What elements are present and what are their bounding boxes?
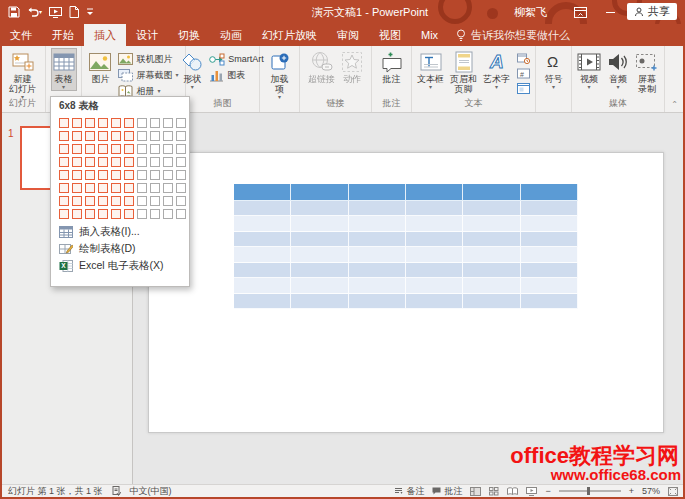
grid-cell-selected[interactable] xyxy=(124,183,134,193)
table-cell[interactable] xyxy=(521,201,578,216)
language-indicator[interactable]: 中文(中国) xyxy=(130,485,172,498)
share-button[interactable]: 共享 xyxy=(627,3,677,20)
grid-cell[interactable] xyxy=(176,196,186,206)
grid-cell[interactable] xyxy=(137,157,147,167)
screen-recording-button[interactable]: 屏幕 录制 xyxy=(633,48,661,95)
table-cell[interactable] xyxy=(406,201,463,216)
object-button[interactable] xyxy=(513,81,533,96)
grid-cell-selected[interactable] xyxy=(111,118,121,128)
grid-cell-selected[interactable] xyxy=(111,209,121,219)
table-cell[interactable] xyxy=(234,247,291,262)
zoom-slider-thumb[interactable] xyxy=(587,487,590,495)
grid-cell[interactable] xyxy=(137,118,147,128)
table-cell[interactable] xyxy=(521,247,578,262)
grid-cell-selected[interactable] xyxy=(111,144,121,154)
smartart-button[interactable]: SmartArt xyxy=(206,51,267,67)
grid-cell-selected[interactable] xyxy=(59,183,69,193)
zoom-out-button[interactable]: − xyxy=(545,486,550,496)
table-cell[interactable] xyxy=(463,294,520,309)
grid-cell-selected[interactable] xyxy=(85,131,95,141)
undo-button[interactable]: ▾ xyxy=(27,7,42,17)
header-footer-button[interactable]: 页眉和 页脚 xyxy=(448,48,479,95)
tab-mix[interactable]: Mix xyxy=(411,24,448,46)
grid-cell-selected[interactable] xyxy=(124,170,134,180)
grid-cell[interactable] xyxy=(163,170,173,180)
collapse-ribbon-icon[interactable]: ⌃ xyxy=(671,100,678,109)
comment-button[interactable]: 批注 xyxy=(378,48,406,85)
grid-cell-selected[interactable] xyxy=(85,183,95,193)
grid-cell-selected[interactable] xyxy=(98,118,108,128)
table-cell[interactable] xyxy=(406,263,463,278)
table-cell[interactable] xyxy=(291,232,348,247)
fit-slide-button[interactable] xyxy=(668,487,678,496)
tab-insert[interactable]: 插入 xyxy=(84,24,126,46)
grid-cell-selected[interactable] xyxy=(98,196,108,206)
grid-cell[interactable] xyxy=(137,209,147,219)
slideshow-view-button[interactable] xyxy=(526,487,537,496)
text-box-button[interactable]: 文本框▾ xyxy=(415,48,446,91)
table-cell[interactable] xyxy=(521,184,578,201)
grid-cell-selected[interactable] xyxy=(111,157,121,167)
table-cell[interactable] xyxy=(291,294,348,309)
slide-canvas[interactable] xyxy=(148,152,664,433)
table-cell[interactable] xyxy=(234,278,291,293)
slide-number-button[interactable]: # xyxy=(513,66,533,81)
wordart-button[interactable]: A艺术字▾ xyxy=(481,48,512,91)
grid-cell-selected[interactable] xyxy=(98,170,108,180)
shapes-button[interactable]: 形状▾ xyxy=(179,48,205,91)
grid-cell[interactable] xyxy=(137,170,147,180)
grid-cell[interactable] xyxy=(176,131,186,141)
zoom-in-button[interactable]: + xyxy=(629,486,634,496)
grid-cell-selected[interactable] xyxy=(85,209,95,219)
table-cell[interactable] xyxy=(406,216,463,231)
grid-cell[interactable] xyxy=(176,183,186,193)
grid-cell-selected[interactable] xyxy=(98,144,108,154)
excel-spreadsheet-menu-item[interactable]: XExcel 电子表格(X) xyxy=(51,257,189,274)
grid-cell[interactable] xyxy=(176,209,186,219)
grid-cell[interactable] xyxy=(137,183,147,193)
grid-cell-selected[interactable] xyxy=(72,170,82,180)
video-button[interactable]: 视频▾ xyxy=(575,48,603,91)
grid-cell[interactable] xyxy=(150,209,160,219)
grid-cell-selected[interactable] xyxy=(85,144,95,154)
grid-cell-selected[interactable] xyxy=(72,118,82,128)
grid-cell-selected[interactable] xyxy=(111,183,121,193)
table-cell[interactable] xyxy=(349,201,406,216)
zoom-slider[interactable] xyxy=(559,490,621,492)
grid-cell[interactable] xyxy=(150,183,160,193)
customize-quick-access-button[interactable] xyxy=(86,7,94,17)
grid-cell[interactable] xyxy=(176,118,186,128)
grid-cell[interactable] xyxy=(150,118,160,128)
table-cell[interactable] xyxy=(349,263,406,278)
grid-cell[interactable] xyxy=(163,144,173,154)
grid-cell[interactable] xyxy=(163,131,173,141)
minimize-button[interactable] xyxy=(595,0,625,24)
grid-cell[interactable] xyxy=(176,144,186,154)
grid-cell-selected[interactable] xyxy=(124,157,134,167)
grid-cell[interactable] xyxy=(150,144,160,154)
tell-me-box[interactable]: 告诉我你想要做什么 xyxy=(456,24,570,46)
grid-cell[interactable] xyxy=(163,118,173,128)
new-slide-button[interactable]: 新建 幻灯片▾ xyxy=(7,48,38,101)
table-cell[interactable] xyxy=(291,216,348,231)
table-cell[interactable] xyxy=(349,216,406,231)
table-cell[interactable] xyxy=(406,247,463,262)
draw-table-menu-item[interactable]: 绘制表格(D) xyxy=(51,240,189,257)
table-cell[interactable] xyxy=(291,278,348,293)
ribbon-display-options-button[interactable] xyxy=(565,0,595,24)
grid-cell[interactable] xyxy=(176,157,186,167)
tab-animations[interactable]: 动画 xyxy=(210,24,252,46)
table-cell[interactable] xyxy=(234,263,291,278)
table-cell[interactable] xyxy=(291,247,348,262)
grid-cell-selected[interactable] xyxy=(59,157,69,167)
grid-cell-selected[interactable] xyxy=(98,131,108,141)
grid-cell-selected[interactable] xyxy=(111,196,121,206)
table-cell[interactable] xyxy=(463,216,520,231)
table-cell[interactable] xyxy=(291,201,348,216)
table-cell[interactable] xyxy=(463,184,520,201)
date-time-button[interactable] xyxy=(513,51,533,66)
table-cell[interactable] xyxy=(349,294,406,309)
table-cell[interactable] xyxy=(349,184,406,201)
normal-view-button[interactable] xyxy=(470,487,481,496)
grid-cell-selected[interactable] xyxy=(85,196,95,206)
